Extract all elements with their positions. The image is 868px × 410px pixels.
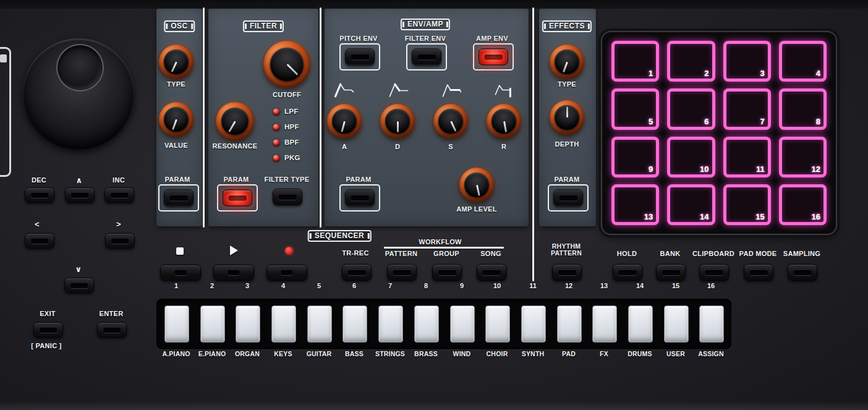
effects-depth-knob[interactable]: [550, 100, 584, 135]
pad-number: 15: [755, 212, 764, 221]
step-number-4: 4: [271, 282, 296, 289]
amp-env-button-lit[interactable]: [479, 49, 508, 66]
pad-number: 16: [812, 212, 820, 221]
knob-pointer: [450, 121, 456, 132]
record-button[interactable]: [266, 265, 307, 281]
step-number-2: 2: [200, 282, 224, 289]
pkg-label: PKG: [284, 154, 300, 161]
step-button-8[interactable]: [414, 305, 439, 343]
workflow-label: WORKFLOW: [419, 238, 462, 246]
step-button-15[interactable]: [664, 305, 689, 343]
osc-param-button[interactable]: [164, 190, 194, 207]
step-button-14[interactable]: [628, 305, 653, 343]
step-button-6[interactable]: [343, 305, 367, 343]
step-number-8: 8: [414, 282, 438, 289]
filter-param-button-lit[interactable]: [223, 190, 252, 207]
osc-type-label: TYPE: [167, 80, 185, 88]
pad-5[interactable]: 5: [611, 88, 659, 129]
stop-icon: [176, 247, 184, 255]
pad-11[interactable]: 11: [723, 137, 771, 177]
lpf-led: [273, 108, 280, 116]
filter-resonance-knob[interactable]: [216, 102, 254, 140]
env-param-button[interactable]: [345, 190, 375, 207]
stop-button[interactable]: [160, 265, 201, 281]
effects-param-button[interactable]: [553, 190, 583, 207]
pitch-env-button[interactable]: [345, 49, 375, 66]
rhythm-pattern-button[interactable]: [552, 264, 582, 281]
effects-type-label: TYPE: [558, 80, 576, 88]
release-envelope-icon: [493, 82, 516, 98]
pad-12[interactable]: 12: [779, 137, 827, 177]
play-button[interactable]: [213, 265, 254, 281]
pad-3[interactable]: 3: [723, 41, 771, 82]
dec-button[interactable]: [25, 187, 54, 203]
filter-env-button[interactable]: [412, 49, 441, 66]
pad-9[interactable]: 9: [611, 137, 659, 177]
step-button-2[interactable]: [200, 305, 225, 343]
enter-button[interactable]: [97, 322, 127, 338]
pad-7[interactable]: 7: [723, 88, 771, 129]
exit-label: EXIT: [40, 310, 56, 317]
left-button[interactable]: [25, 233, 54, 249]
tr-rec-button[interactable]: [342, 264, 372, 281]
step-button-5[interactable]: [307, 305, 332, 343]
sampling-button[interactable]: [788, 264, 817, 281]
bpf-label: BPF: [284, 139, 299, 146]
enter-label: ENTER: [100, 310, 124, 317]
down-button[interactable]: [64, 278, 94, 293]
inc-button[interactable]: [104, 187, 134, 203]
decay-knob[interactable]: [380, 104, 415, 139]
pad-8[interactable]: 8: [779, 88, 827, 129]
dec-label: DEC: [32, 176, 46, 184]
clipboard-button[interactable]: [699, 264, 729, 281]
attack-knob[interactable]: [327, 104, 362, 139]
rhythm-pattern-label: RHYTHM PATTERN: [551, 243, 582, 257]
amp-level-knob[interactable]: [459, 168, 494, 202]
pad-1[interactable]: 1: [611, 41, 659, 82]
sustain-knob[interactable]: [433, 104, 468, 139]
pad-10[interactable]: 10: [667, 137, 715, 177]
hpf-led: [273, 124, 280, 131]
osc-value-knob[interactable]: [159, 102, 194, 137]
step-button-4[interactable]: [271, 305, 296, 343]
step-button-1[interactable]: [164, 305, 189, 343]
filter-type-button[interactable]: [273, 189, 302, 205]
bank-button[interactable]: [656, 264, 686, 281]
group-button[interactable]: [432, 264, 462, 281]
filter-cutoff-knob[interactable]: [263, 41, 310, 88]
step-button-3[interactable]: [236, 305, 260, 343]
step-number-6: 6: [342, 282, 367, 289]
effects-type-knob[interactable]: [550, 45, 584, 79]
pitch-env-frame: [339, 43, 380, 70]
step-button-10[interactable]: [485, 305, 510, 343]
sampling-label: SAMPLING: [783, 250, 820, 257]
step-button-9[interactable]: [450, 305, 475, 343]
step-button-12[interactable]: [557, 305, 582, 343]
pad-4[interactable]: 4: [779, 41, 827, 82]
pad-15[interactable]: 15: [723, 184, 771, 225]
knob-pointer: [341, 121, 346, 132]
adjacent-panel-edge: [0, 47, 11, 177]
pad-2[interactable]: 2: [667, 41, 715, 82]
pad-16[interactable]: 16: [779, 184, 827, 225]
up-button[interactable]: [65, 187, 95, 203]
pattern-button[interactable]: [387, 264, 417, 281]
pad-13[interactable]: 13: [611, 184, 659, 225]
release-knob[interactable]: [487, 104, 521, 139]
step-button-16[interactable]: [699, 305, 724, 343]
pad-14[interactable]: 14: [667, 184, 715, 225]
knob-cap: [385, 109, 409, 133]
step-button-13[interactable]: [592, 305, 617, 343]
jog-dial[interactable]: [23, 38, 134, 150]
pad-6[interactable]: 6: [667, 88, 715, 129]
effects-section-header: EFFECTS: [542, 20, 592, 32]
right-button[interactable]: [105, 233, 135, 249]
step-button-7[interactable]: [378, 305, 403, 343]
hold-button[interactable]: [613, 264, 642, 281]
osc-type-knob[interactable]: [159, 45, 194, 79]
step-button-11[interactable]: [521, 305, 546, 343]
exit-button[interactable]: [33, 322, 63, 338]
pad-mode-button[interactable]: [744, 264, 773, 281]
song-button[interactable]: [477, 264, 506, 281]
step-number-7: 7: [378, 282, 402, 289]
